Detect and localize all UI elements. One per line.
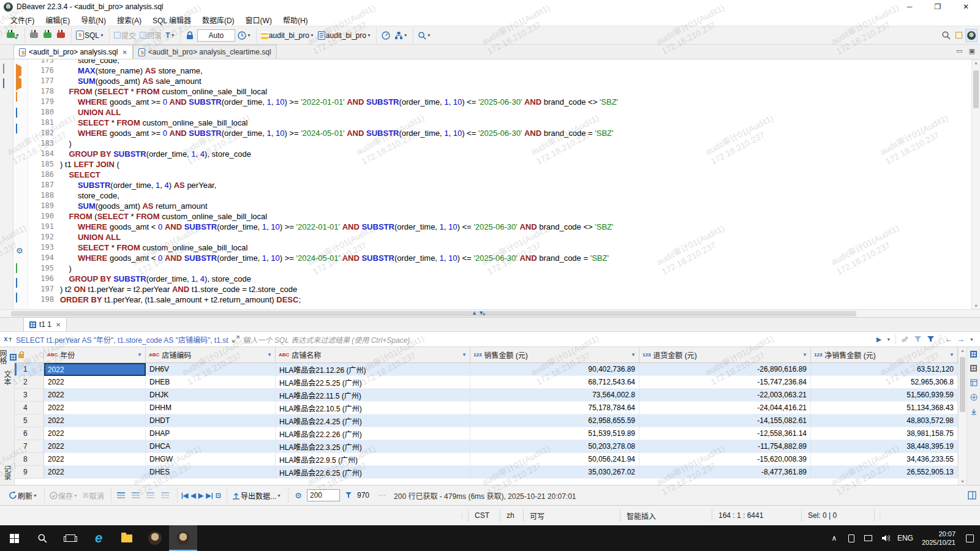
menu-item[interactable]: 编辑(E) bbox=[40, 13, 75, 26]
grid-cell[interactable]: DHJK bbox=[146, 389, 276, 402]
presentation-tab-grid[interactable]: 网格 bbox=[0, 350, 17, 364]
grid-cell[interactable]: 51,134,368.43 bbox=[811, 402, 958, 414]
taskbar-app-icon[interactable] bbox=[141, 525, 169, 551]
editor-vertical-scrollbar[interactable]: ▲ ▼ bbox=[971, 59, 980, 309]
internet-explorer-icon[interactable]: e bbox=[85, 525, 113, 551]
panel-calc-icon[interactable] bbox=[970, 379, 978, 386]
panel-export-icon[interactable] bbox=[970, 408, 978, 416]
grid-cell[interactable]: DHDT bbox=[146, 414, 276, 427]
grid-cell[interactable]: DHGW bbox=[146, 453, 276, 466]
expand-filter-icon[interactable] bbox=[232, 335, 239, 343]
grid-cell[interactable]: 38,981,158.75 bbox=[811, 427, 958, 440]
dashboard-button[interactable] bbox=[380, 29, 392, 42]
connect-button[interactable] bbox=[28, 29, 40, 42]
row-number[interactable]: 2 bbox=[15, 376, 44, 389]
filter-history-dropdown-icon[interactable]: ▼ bbox=[886, 337, 891, 342]
sql-editor-button[interactable]: SQL▼ bbox=[75, 29, 105, 42]
refresh-button[interactable]: 刷新▼ bbox=[7, 489, 39, 502]
row-number[interactable]: 7 bbox=[15, 440, 44, 453]
row-number[interactable]: 9 bbox=[15, 466, 44, 479]
grid-cell[interactable]: -14,155,082.61 bbox=[639, 414, 811, 427]
panel-refs-icon[interactable] bbox=[970, 394, 978, 401]
grid-cell[interactable]: 90,402,736.89 bbox=[470, 363, 639, 376]
grid-cell[interactable]: 34,436,233.55 bbox=[811, 453, 958, 466]
grid-corner-cell[interactable] bbox=[15, 347, 44, 362]
taskbar-dbeaver-icon[interactable] bbox=[169, 525, 197, 551]
grid-cell[interactable]: -8,477,361.89 bbox=[639, 466, 811, 479]
grid-cell[interactable]: 62,958,655.59 bbox=[470, 414, 639, 427]
menu-item[interactable]: 文件(F) bbox=[5, 13, 40, 26]
apply-filter-button[interactable]: ▶ bbox=[876, 335, 881, 343]
grid-cell[interactable]: DHES bbox=[146, 466, 276, 479]
results-tab-close-icon[interactable]: ✕ bbox=[56, 321, 61, 328]
tab-analysis-sql[interactable]: <audit_bi_pro> analysis.sql ✕ bbox=[13, 45, 133, 59]
presentation-tab-record[interactable]: 记录 bbox=[2, 465, 12, 480]
grid-cell[interactable]: 48,803,572.98 bbox=[811, 414, 958, 427]
code-area[interactable]: 175 store_code,176 MAX(store_name) AS st… bbox=[28, 59, 980, 309]
tray-volume-icon[interactable] bbox=[878, 525, 894, 551]
column-header-5[interactable]: 123退货金额 (元)▼ bbox=[639, 347, 811, 362]
previous-row-button[interactable]: ◀ bbox=[190, 492, 195, 500]
grid-cell[interactable]: 2022 bbox=[44, 440, 146, 453]
grid-cell[interactable]: 51,560,939.59 bbox=[811, 389, 958, 402]
explain-plan-button[interactable] bbox=[16, 92, 17, 101]
fetch-all-icon[interactable] bbox=[342, 489, 355, 502]
edit-template-button[interactable] bbox=[16, 279, 17, 287]
grid-cell[interactable]: HLA唯品会22.5.25 (广州) bbox=[276, 376, 470, 389]
first-row-button[interactable]: |◀ bbox=[181, 492, 189, 500]
grid-cell[interactable]: 26,552,905.13 bbox=[811, 466, 958, 479]
search-icon[interactable] bbox=[940, 29, 952, 42]
row-number[interactable]: 3 bbox=[15, 389, 44, 402]
menu-item[interactable]: 窗口(W) bbox=[240, 13, 277, 26]
result-settings-gear-icon[interactable]: ⚙ bbox=[292, 489, 304, 502]
grid-cell[interactable]: -22,003,063.21 bbox=[639, 389, 811, 402]
table-row[interactable]: 42022DHHMHLA唯品会22.10.5 (广州)75,178,784.64… bbox=[15, 402, 958, 414]
editor-settings-gear-icon[interactable]: ⚙ bbox=[16, 247, 23, 255]
grid-cell[interactable]: 35,030,267.02 bbox=[470, 466, 639, 479]
tray-language-label[interactable]: ENG bbox=[895, 525, 916, 551]
grid-cell[interactable]: HLA唯品会22.10.5 (广州) bbox=[276, 402, 470, 414]
rollback-button[interactable]: 回滚 bbox=[138, 29, 163, 42]
menu-item[interactable]: SQL 编辑器 bbox=[147, 13, 197, 26]
grid-cell[interactable]: HLA唯品会22.4.25 (广州) bbox=[276, 414, 470, 427]
column-header-3[interactable]: ABC店铺名称▼ bbox=[276, 347, 470, 362]
results-tab-t1[interactable]: t1 1 ✕ bbox=[23, 317, 67, 331]
close-button[interactable]: ✕ bbox=[952, 0, 980, 13]
column-header-2[interactable]: ABC店铺编码▼ bbox=[146, 347, 276, 362]
row-number[interactable]: 4 bbox=[15, 402, 44, 414]
statement-list-button[interactable] bbox=[16, 108, 17, 117]
transaction-mode-button[interactable]: T▼ bbox=[164, 29, 176, 42]
table-row[interactable]: 52022DHDTHLA唯品会22.4.25 (广州)62,958,655.59… bbox=[15, 414, 958, 427]
last-row-button[interactable]: ▶| bbox=[206, 492, 213, 500]
grid-toggle-button[interactable] bbox=[16, 293, 17, 302]
grid-cell[interactable]: -24,044,416.21 bbox=[639, 402, 811, 414]
table-row[interactable]: 32022DHJKHLA唯品会22.11.5 (广州)73,564,002.8-… bbox=[15, 389, 958, 402]
column-filter-icon[interactable]: ▼ bbox=[802, 352, 807, 358]
metadata-panel-icon[interactable] bbox=[970, 365, 977, 372]
goto-row-button[interactable]: ⊡ bbox=[216, 492, 221, 500]
grid-cell[interactable]: 2022 bbox=[44, 363, 146, 376]
tab-analysis-cleartime-sql[interactable]: <audit_bi_pro> analysis_cleartime.sql bbox=[133, 45, 277, 59]
action-center-icon[interactable] bbox=[962, 525, 978, 551]
presentation-tab-text[interactable]: 文本 bbox=[2, 370, 12, 385]
grid-cell[interactable]: 52,965,306.8 bbox=[811, 376, 958, 389]
grid-cell[interactable]: 2022 bbox=[44, 427, 146, 440]
database-select[interactable]: audit_bi_pro▼ bbox=[260, 29, 315, 42]
reconnect-button[interactable] bbox=[42, 29, 54, 42]
grid-cell[interactable]: 73,564,002.8 bbox=[470, 389, 639, 402]
fetch-size-input[interactable]: 200 bbox=[307, 489, 340, 501]
filter-icon[interactable] bbox=[927, 335, 935, 343]
value-viewer-icon[interactable] bbox=[970, 351, 977, 358]
column-filter-icon[interactable]: ▼ bbox=[137, 352, 142, 358]
restore-panel-icon[interactable] bbox=[3, 64, 4, 73]
save-filter-icon[interactable] bbox=[914, 335, 922, 343]
row-number[interactable]: 1 bbox=[15, 363, 44, 376]
grid-cell[interactable]: 2022 bbox=[44, 402, 146, 414]
grid-cell[interactable]: 2022 bbox=[44, 453, 146, 466]
open-perspective-button[interactable] bbox=[952, 29, 965, 42]
column-filter-icon[interactable]: ▼ bbox=[267, 352, 272, 358]
commit-button[interactable]: 提交 bbox=[113, 29, 137, 42]
grid-cell[interactable]: DH6V bbox=[146, 363, 276, 376]
grid-cell[interactable]: 68,712,543.64 bbox=[470, 376, 639, 389]
file-explorer-icon[interactable] bbox=[113, 525, 141, 551]
